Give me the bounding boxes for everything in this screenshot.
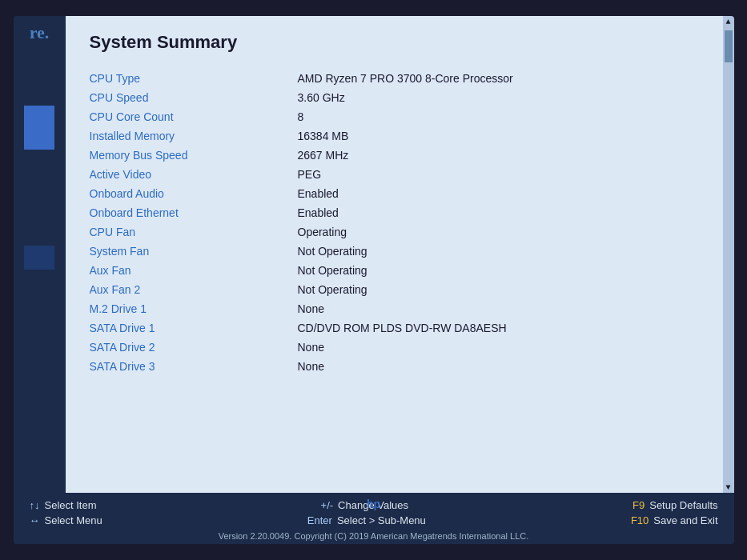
nav-select-item-label: Select Item — [45, 499, 97, 511]
row-value: Enabled — [298, 187, 339, 200]
row-label: Onboard Ethernet — [90, 206, 298, 219]
row-label: CPU Core Count — [90, 110, 298, 123]
row-label: SATA Drive 1 — [90, 322, 298, 334]
nav-save-exit: F10 Save and Exit — [631, 514, 718, 526]
row-value: Operating — [298, 226, 347, 238]
table-row: Memory Bus Speed2667 MHz — [90, 146, 699, 165]
table-row: M.2 Drive 1None — [90, 299, 699, 318]
row-value: PEG — [298, 168, 322, 181]
scrollbar-thumb[interactable] — [725, 30, 733, 62]
table-row: Onboard AudioEnabled — [90, 184, 699, 203]
row-label: SATA Drive 2 — [90, 341, 298, 354]
scrollbar-down-arrow[interactable]: ▼ — [724, 482, 733, 493]
row-label: Aux Fan 2 — [90, 283, 298, 296]
table-row: SATA Drive 1CD/DVD ROM PLDS DVD-RW DA8AE… — [90, 318, 699, 338]
sidebar-logo: re. — [30, 24, 50, 42]
nav-change-values-key: +/- — [321, 499, 334, 511]
table-row: CPU Speed3.60 GHz — [90, 88, 699, 107]
scrollbar-up-arrow[interactable]: ▲ — [724, 16, 733, 27]
row-value: None — [298, 341, 324, 354]
table-row: Aux FanNot Operating — [90, 261, 699, 280]
nav-select-item-icon: ↑↓ — [30, 499, 40, 511]
row-value: Not Operating — [298, 264, 367, 277]
sidebar-accent-bar2 — [24, 246, 54, 270]
row-label: CPU Type — [90, 72, 298, 85]
row-label: CPU Speed — [90, 91, 298, 104]
nav-sub-menu: Enter Select > Sub-Menu — [307, 514, 426, 526]
row-label: Aux Fan — [90, 264, 298, 277]
row-value: 2667 MHz — [298, 149, 349, 162]
row-value: None — [298, 302, 324, 315]
row-value: CD/DVD ROM PLDS DVD-RW DA8AESH — [298, 322, 507, 334]
row-value: 3.60 GHz — [298, 91, 345, 104]
table-row: SATA Drive 3None — [90, 357, 699, 376]
nav-select-menu-icon: ↔ — [30, 514, 40, 526]
nav-save-exit-key: F10 — [631, 514, 649, 526]
nav-setup-defaults-label: Setup Defaults — [649, 499, 717, 511]
version-text: Version 2.20.0049. Copyright (C) 2019 Am… — [30, 531, 718, 541]
bios-screen: re. System Summary CPU TypeAMD Ryzen 7 P… — [14, 16, 734, 544]
row-label: System Fan — [90, 245, 298, 258]
page-title: System Summary — [90, 32, 699, 53]
system-summary-table: CPU TypeAMD Ryzen 7 PRO 3700 8-Core Proc… — [90, 69, 699, 485]
nav-setup-defaults: F9 Setup Defaults — [633, 499, 717, 511]
row-value: 8 — [298, 110, 304, 123]
table-row: CPU FanOperating — [90, 222, 699, 242]
content-area: System Summary CPU TypeAMD Ryzen 7 PRO 3… — [66, 16, 723, 493]
table-row: System FanNot Operating — [90, 242, 699, 261]
table-row: CPU Core Count8 — [90, 107, 699, 126]
hp-logo: hp — [367, 498, 380, 510]
nav-select-menu-label: Select Menu — [45, 514, 102, 526]
row-value: 16384 MB — [298, 130, 349, 142]
row-label: M.2 Drive 1 — [90, 302, 298, 315]
row-label: Active Video — [90, 168, 298, 181]
sidebar-accent-bar — [24, 106, 54, 150]
table-row: SATA Drive 2None — [90, 338, 699, 357]
table-row: CPU TypeAMD Ryzen 7 PRO 3700 8-Core Proc… — [90, 69, 699, 88]
nav-change-values: +/- Change Values — [321, 499, 408, 511]
row-label: SATA Drive 3 — [90, 360, 298, 373]
table-row: Aux Fan 2Not Operating — [90, 280, 699, 299]
table-row: Installed Memory16384 MB — [90, 126, 699, 146]
row-label: CPU Fan — [90, 226, 298, 238]
left-sidebar: re. — [14, 16, 66, 493]
row-value: Not Operating — [298, 283, 367, 296]
row-value: Not Operating — [298, 245, 367, 258]
row-value: AMD Ryzen 7 PRO 3700 8-Core Processor — [298, 72, 513, 85]
row-label: Memory Bus Speed — [90, 149, 298, 162]
scrollbar[interactable]: ▲ ▼ — [723, 16, 734, 493]
table-row: Onboard EthernetEnabled — [90, 203, 699, 222]
table-row: Active VideoPEG — [90, 165, 699, 184]
nav-sub-menu-label: Select > Sub-Menu — [337, 514, 426, 526]
nav-select-item: ↑↓ Select Item — [30, 499, 97, 511]
main-area: re. System Summary CPU TypeAMD Ryzen 7 P… — [14, 16, 734, 493]
nav-select-menu: ↔ Select Menu — [30, 514, 102, 526]
nav-save-exit-label: Save and Exit — [653, 514, 717, 526]
row-value: None — [298, 360, 324, 373]
row-label: Onboard Audio — [90, 187, 298, 200]
nav-setup-defaults-key: F9 — [633, 499, 645, 511]
nav-sub-menu-key: Enter — [307, 514, 332, 526]
row-label: Installed Memory — [90, 130, 298, 142]
bottom-nav-row-2: ↔ Select Menu Enter Select > Sub-Menu F1… — [30, 514, 718, 526]
row-value: Enabled — [298, 206, 339, 219]
